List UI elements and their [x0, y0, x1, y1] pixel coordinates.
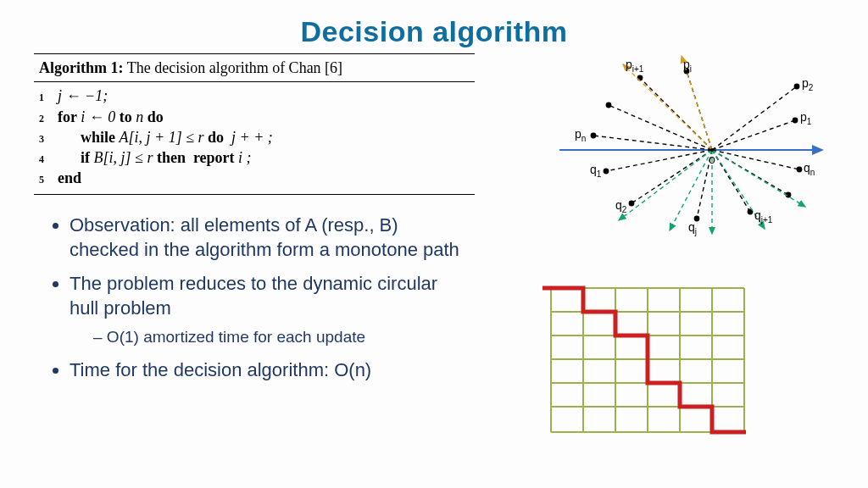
svg-line-21	[712, 150, 788, 195]
svg-point-12	[793, 118, 798, 124]
algo-line-1: 1 j ← −1;	[39, 86, 470, 106]
svg-point-10	[794, 84, 800, 90]
svg-line-27	[619, 150, 712, 220]
algorithm-caption: The decision algorithm of Chan [6]	[127, 59, 342, 76]
label-q-2: q2	[615, 198, 626, 214]
monotone-path-figure	[542, 280, 754, 441]
label-q-n: qn	[804, 161, 815, 177]
algorithm-box: Algorithm 1: The decision algorithm of C…	[34, 53, 475, 195]
svg-line-28	[670, 150, 712, 230]
label-p-i1: pi+1	[626, 58, 643, 74]
slide: Decision algorithm Algorithm 1: The deci…	[0, 0, 868, 488]
algo-line-2: 2 for i ← 0 to n do	[39, 107, 470, 127]
label-p-i: pi	[683, 58, 692, 74]
svg-line-5	[609, 105, 712, 150]
svg-point-16	[629, 201, 635, 207]
svg-point-8	[591, 133, 597, 139]
bullet-2: The problem reduces to the dynamic circu…	[70, 272, 471, 348]
algorithm-header: Algorithm 1: The decision algorithm of C…	[34, 53, 475, 82]
label-q-j: qj	[688, 220, 697, 236]
label-p-n: pn	[575, 127, 586, 143]
svg-point-14	[604, 169, 609, 175]
label-origin: o	[709, 152, 715, 166]
algo-line-5: 5 end	[39, 168, 470, 188]
svg-line-11	[712, 120, 795, 150]
algo-line-4: 4 if B[i, j] ≤ r then report i ;	[39, 147, 470, 168]
algorithm-label: Algorithm 1:	[39, 59, 123, 76]
ray-burst-svg	[542, 53, 831, 239]
algorithm-body: 1 j ← −1; 2 for i ← 0 to n do 3 while A[…	[34, 82, 475, 194]
monotone-path-svg	[542, 280, 746, 441]
svg-line-25	[623, 64, 712, 150]
bullet-1: Observation: all elements of A (resp., B…	[70, 214, 471, 262]
label-p-1: p1	[800, 110, 811, 126]
svg-point-6	[606, 103, 612, 108]
slide-title: Decision algorithm	[34, 15, 834, 48]
svg-line-23	[712, 150, 799, 169]
label-q-j1: qj+1	[754, 208, 772, 225]
svg-point-24	[797, 167, 803, 173]
bullet-2-sub: O(1) amortized time for each update	[93, 327, 471, 348]
label-q-1: q1	[590, 163, 601, 179]
bullet-3: Time for the decision algorithm: O(n)	[70, 358, 471, 383]
ray-burst-figure: pi+1 pi p2 p1 pn q1 q2 qj qj+1 qn o	[542, 53, 831, 239]
svg-line-31	[712, 150, 805, 207]
bullet-list: Observation: all elements of A (resp., B…	[47, 214, 471, 393]
label-p-2: p2	[802, 76, 813, 92]
svg-point-32	[710, 148, 714, 152]
svg-line-9	[712, 86, 797, 150]
algo-line-3: 3 while A[i, j + 1] ≤ r do j + + ;	[39, 127, 470, 147]
